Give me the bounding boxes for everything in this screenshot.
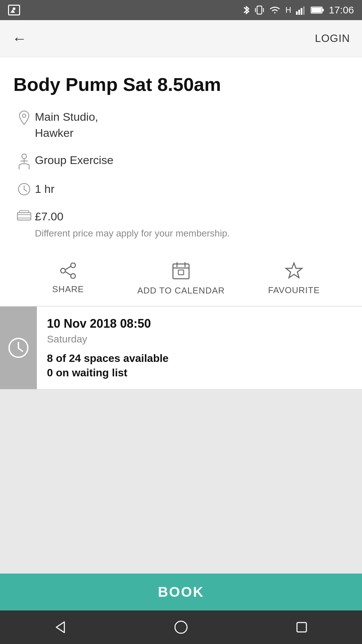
location-text: Main Studio,Hawker: [35, 109, 98, 141]
wifi-icon: [269, 5, 281, 15]
duration-text: 1 hr: [35, 181, 55, 197]
price-row: £7.00 Different price may apply for your…: [13, 209, 349, 240]
vibrate-icon: [255, 5, 264, 15]
svg-line-24: [65, 266, 71, 270]
login-button[interactable]: LOGIN: [315, 32, 350, 45]
square-recents-icon: [294, 620, 309, 635]
book-label: BOOK: [158, 584, 204, 600]
back-nav-button[interactable]: [47, 614, 74, 641]
signal-icon: [296, 5, 306, 15]
price-icon-container: [13, 209, 35, 223]
share-icon: [59, 263, 77, 279]
svg-rect-37: [297, 623, 306, 632]
money-icon: [17, 210, 32, 223]
svg-point-11: [22, 154, 26, 159]
duration-icon-container: [13, 181, 35, 196]
network-type-icon: H: [286, 5, 291, 15]
svg-line-34: [18, 348, 22, 351]
session-card: 10 Nov 2018 08:50 Saturday 8 of 24 space…: [0, 306, 362, 390]
category-text: Group Exercise: [35, 152, 113, 168]
svg-rect-30: [178, 270, 184, 275]
favourite-label: FAVOURITE: [268, 285, 320, 296]
share-button[interactable]: SHARE: [41, 263, 95, 294]
add-to-calendar-label: ADD TO CALENDAR: [137, 285, 225, 296]
svg-marker-35: [56, 622, 64, 633]
svg-point-36: [175, 621, 187, 633]
session-datetime: 10 Nov 2018 08:50: [47, 317, 352, 331]
location-icon-container: [13, 109, 35, 125]
svg-point-22: [71, 274, 75, 278]
book-button[interactable]: BOOK: [0, 574, 362, 610]
gallery-icon: [8, 5, 20, 15]
event-title: Body Pump Sat 8.50am: [13, 73, 349, 96]
bluetooth-icon: [243, 5, 250, 15]
svg-rect-26: [173, 264, 189, 279]
session-icon-area: [0, 307, 37, 389]
favourite-button[interactable]: FAVOURITE: [267, 262, 321, 296]
top-nav: ← LOGIN: [0, 20, 362, 57]
status-time: 17:06: [329, 4, 354, 16]
location-icon: [18, 110, 30, 125]
status-bar-right: H 17:06: [243, 4, 354, 16]
svg-rect-4: [298, 10, 300, 15]
session-clock-icon: [8, 337, 29, 359]
circle-home-icon: [174, 620, 188, 635]
main-content: Body Pump Sat 8.50am Main Studio,Hawker: [0, 57, 362, 644]
svg-rect-6: [303, 6, 305, 15]
session-waitlist: 0 on waiting list: [47, 367, 352, 379]
session-day: Saturday: [47, 333, 352, 345]
svg-rect-9: [312, 8, 321, 12]
svg-rect-5: [301, 8, 302, 15]
session-spaces: 8 of 24 spaces available: [47, 352, 352, 365]
svg-rect-3: [296, 11, 298, 15]
triangle-back-icon: [53, 620, 68, 635]
content-area: Body Pump Sat 8.50am Main Studio,Hawker: [0, 57, 362, 303]
svg-point-23: [61, 268, 65, 273]
svg-line-25: [65, 272, 71, 275]
location-row: Main Studio,Hawker: [13, 109, 349, 141]
star-icon: [285, 262, 303, 280]
svg-marker-31: [286, 263, 302, 278]
status-bar-left: [8, 5, 20, 15]
price-text: £7.00: [35, 209, 230, 225]
svg-rect-17: [17, 213, 31, 220]
category-row: Group Exercise: [13, 152, 349, 170]
svg-rect-8: [322, 9, 324, 11]
action-row: SHARE ADD TO CALENDAR: [13, 251, 349, 303]
battery-icon: [311, 6, 324, 14]
person-icon: [18, 154, 31, 170]
gray-spacer: [0, 390, 362, 574]
share-label: SHARE: [52, 284, 84, 294]
bottom-nav: [0, 610, 362, 644]
calendar-icon: [172, 261, 190, 280]
svg-rect-0: [257, 6, 262, 14]
session-info: 10 Nov 2018 08:50 Saturday 8 of 24 space…: [37, 307, 362, 389]
price-note: Different price may apply for your membe…: [35, 227, 230, 240]
category-icon-container: [13, 152, 35, 170]
duration-row: 1 hr: [13, 181, 349, 197]
clock-icon: [17, 182, 31, 196]
svg-line-16: [24, 190, 27, 191]
recents-nav-button[interactable]: [288, 614, 315, 641]
add-to-calendar-button[interactable]: ADD TO CALENDAR: [137, 261, 225, 296]
svg-point-10: [22, 114, 26, 117]
price-block: £7.00 Different price may apply for your…: [35, 209, 230, 240]
svg-point-21: [71, 263, 75, 268]
svg-rect-20: [19, 211, 29, 213]
home-nav-button[interactable]: [168, 614, 194, 641]
status-bar: H 17:06: [0, 0, 362, 20]
back-button[interactable]: ←: [12, 30, 27, 47]
